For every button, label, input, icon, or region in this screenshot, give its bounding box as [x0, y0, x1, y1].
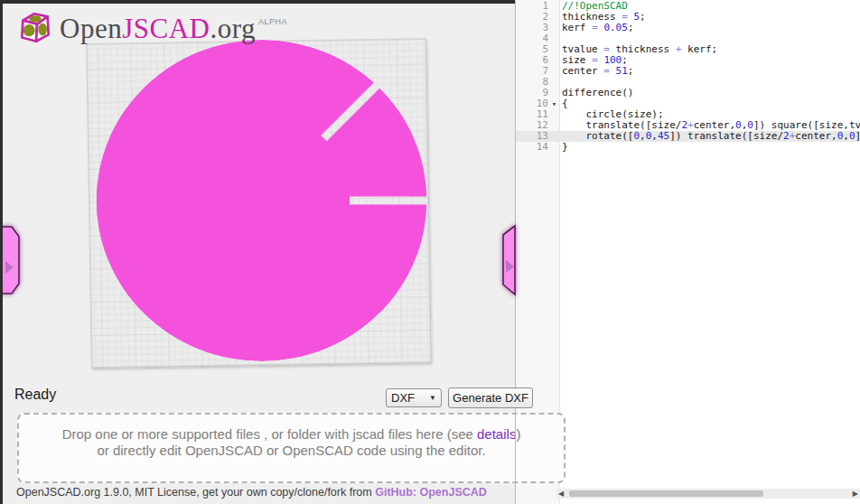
fold-gutter [548, 55, 560, 66]
code-line-5[interactable]: 5tvalue = thickness + kerf; [516, 44, 860, 55]
line-number: 14 [516, 142, 548, 153]
fold-gutter [548, 1, 560, 12]
export-format-select[interactable]: DXF ▼ [386, 388, 442, 407]
code-text[interactable]: translate([size/2+center,0,0]) square([s… [560, 120, 860, 131]
github-link[interactable]: GitHub: OpenJSCAD [375, 486, 487, 499]
fold-gutter [548, 131, 560, 142]
code-text[interactable]: kerf = 0.05; [560, 23, 860, 33]
fold-gutter [548, 23, 560, 33]
fold-gutter [548, 142, 560, 153]
footer-text: OpenJSCAD.org 1.9.0, MIT License, get yo… [16, 486, 375, 499]
code-text[interactable]: //!OpenSCAD [560, 1, 860, 12]
left-panel-handle[interactable] [0, 227, 19, 294]
code-line-7[interactable]: 7center = 51; [516, 66, 860, 77]
code-line-4[interactable]: 4 [516, 33, 860, 44]
editor-hscrollbar[interactable]: ◀ ▶ [556, 489, 860, 499]
alpha-badge: ALPHA [258, 17, 287, 26]
code-line-6[interactable]: 6size = 100; [516, 55, 860, 66]
code-editor[interactable]: 1//!OpenSCAD2thickness = 5;3kerf = 0.05;… [516, 0, 860, 504]
generate-button[interactable]: Generate DXF [448, 387, 533, 408]
code-rows[interactable]: 1//!OpenSCAD2thickness = 5;3kerf = 0.05;… [516, 1, 860, 153]
code-text[interactable]: rotate([0,0,45]) translate([size/2+cente… [560, 131, 860, 142]
export-format-value: DXF [391, 391, 415, 405]
code-line-9[interactable]: 9difference() [516, 88, 860, 98]
rendered-shape [97, 40, 427, 361]
window-left-edge [0, 0, 3, 504]
code-text[interactable]: center = 51; [560, 66, 860, 77]
logo-wordmark: OpenJSCAD.org [60, 9, 256, 49]
scroll-left-icon[interactable]: ◀ [558, 489, 564, 499]
code-line-3[interactable]: 3kerf = 0.05; [516, 23, 860, 33]
code-text[interactable] [560, 33, 860, 44]
file-dropzone[interactable]: Drop one or more supported files , or fo… [17, 413, 566, 483]
right-panel-handle[interactable] [503, 226, 515, 294]
fold-gutter [548, 88, 560, 98]
code-line-10[interactable]: 10▾{ [516, 98, 860, 109]
code-text[interactable]: thickness = 5; [560, 12, 860, 23]
fold-gutter [548, 12, 560, 23]
dropdown-arrow-icon: ▼ [429, 394, 436, 402]
code-line-2[interactable]: 2thickness = 5; [516, 12, 860, 23]
fold-gutter [548, 44, 560, 55]
code-line-8[interactable]: 8 [516, 77, 860, 88]
fold-gutter [548, 109, 560, 120]
fold-gutter [548, 120, 560, 131]
fold-gutter [548, 33, 560, 44]
code-text[interactable]: size = 100; [560, 55, 860, 66]
scroll-right-icon[interactable]: ▶ [853, 489, 858, 499]
window-top-edge [0, 0, 515, 4]
footer: OpenJSCAD.org 1.9.0, MIT License, get yo… [16, 486, 487, 499]
dropzone-line2: or directly edit OpenJSCAD or OpenSCAD c… [19, 443, 564, 459]
details-link[interactable]: details [477, 426, 516, 442]
code-text[interactable] [560, 77, 860, 88]
code-line-1[interactable]: 1//!OpenSCAD [516, 1, 860, 12]
openjscad-logo: OpenJSCAD.org ALPHA [16, 9, 287, 49]
fold-gutter [548, 77, 560, 88]
code-text[interactable]: { [560, 98, 860, 109]
code-text[interactable]: tvalue = thickness + kerf; [560, 44, 860, 55]
code-text[interactable]: circle(size); [560, 109, 860, 120]
status-message: Ready [14, 387, 56, 403]
code-text[interactable]: } [560, 142, 860, 153]
hscrollbar-thumb[interactable] [569, 490, 763, 497]
fold-gutter [548, 66, 560, 77]
code-line-11[interactable]: 11 circle(size); [516, 109, 860, 120]
code-line-12[interactable]: 12 translate([size/2+center,0,0]) square… [516, 120, 860, 131]
dropzone-line1: Drop one or more supported files , or fo… [19, 426, 564, 443]
fold-arrow-icon[interactable]: ▾ [548, 98, 560, 109]
code-line-13[interactable]: 13 rotate([0,0,45]) translate([size/2+ce… [516, 131, 860, 142]
cube-logo-icon [16, 9, 54, 47]
code-line-14[interactable]: 14} [516, 142, 860, 153]
code-text[interactable]: difference() [560, 88, 860, 98]
